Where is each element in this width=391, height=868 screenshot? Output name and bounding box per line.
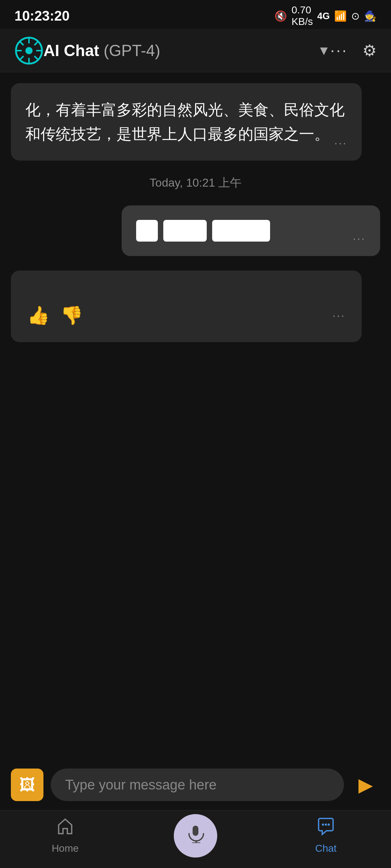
ai-long-response-bubble: 👍 👎 ···: [11, 271, 362, 342]
model-label-text: (GPT-4): [104, 42, 160, 59]
app-header: AI Chat (GPT-4) ▼ ··· ⚙: [0, 29, 391, 72]
mic-button[interactable]: [174, 814, 217, 858]
home-label: Home: [52, 843, 79, 854]
feedback-row: 👍 👎 ···: [27, 298, 345, 326]
status-icons: 🔇 0.70KB/s 4G 📶 ⊙ 🧙: [274, 4, 377, 27]
svg-rect-10: [193, 826, 198, 836]
signal-strength: 0.70KB/s: [291, 4, 313, 27]
response-options-dots[interactable]: ···: [332, 309, 345, 322]
svg-point-14: [325, 824, 327, 826]
app-name-text: AI Chat: [43, 42, 99, 59]
status-time: 10:23:20: [14, 8, 70, 24]
network-icon: 4G: [317, 10, 330, 22]
settings-icon[interactable]: ⚙: [362, 41, 377, 60]
svg-line-7: [34, 56, 38, 60]
chat-label: Chat: [315, 843, 336, 854]
message-input[interactable]: [51, 769, 344, 801]
user-message-content: [136, 220, 366, 242]
ai-message-bubble: 化，有着丰富多彩的自然风光、美食、民俗文化和传统技艺，是世界上人口最多的国家之一…: [11, 83, 362, 161]
header-actions: ··· ⚙: [330, 41, 377, 60]
ai-message-text: 化，有着丰富多彩的自然风光、美食、民俗文化和传统技艺，是世界上人口最多的国家之一…: [25, 98, 347, 146]
svg-point-13: [322, 824, 324, 826]
chat-icon: [316, 817, 335, 840]
data-icon: ⊙: [351, 10, 360, 22]
message-options-dots[interactable]: ···: [334, 136, 347, 150]
svg-line-6: [20, 41, 24, 45]
user-text-placeholder-3: [212, 220, 270, 242]
ai-logo-icon: [14, 36, 43, 65]
svg-point-1: [25, 47, 33, 54]
signal-bars-icon: 📶: [334, 10, 347, 22]
attach-icon: 🖼: [19, 776, 35, 794]
bottom-navigation: Home Chat: [0, 810, 391, 868]
status-bar: 10:23:20 🔇 0.70KB/s 4G 📶 ⊙ 🧙: [0, 0, 391, 29]
avatar-icon: 🧙: [364, 10, 377, 22]
send-icon: ▶: [358, 774, 373, 796]
user-text-placeholder-2: [163, 220, 207, 242]
mic-icon: [186, 824, 205, 847]
attach-button[interactable]: 🖼: [11, 769, 43, 801]
chat-area: 化，有着丰富多彩的自然风光、美食、民俗文化和传统技艺，是世界上人口最多的国家之一…: [0, 72, 391, 745]
user-message-options-dots[interactable]: ···: [353, 232, 366, 245]
user-message-bubble: ···: [122, 205, 380, 256]
send-button[interactable]: ▶: [351, 770, 380, 799]
message-timestamp: Today, 10:21 上午: [11, 175, 380, 191]
nav-item-mic[interactable]: [130, 814, 261, 858]
thumbs-up-button[interactable]: 👍: [27, 305, 50, 326]
input-area: 🖼 ▶: [0, 760, 391, 810]
thumbs-down-button[interactable]: 👎: [60, 305, 83, 326]
more-options-icon[interactable]: ···: [330, 41, 348, 60]
nav-item-home[interactable]: Home: [0, 817, 130, 854]
dropdown-icon[interactable]: ▼: [318, 43, 331, 58]
svg-point-15: [328, 824, 330, 826]
home-icon: [56, 817, 75, 840]
header-app-name: AI Chat (GPT-4): [43, 42, 312, 60]
svg-line-8: [34, 41, 38, 45]
user-text-placeholder-1: [136, 220, 158, 242]
nav-item-chat[interactable]: Chat: [261, 817, 391, 854]
mute-icon: 🔇: [274, 10, 287, 22]
svg-line-9: [20, 56, 24, 60]
